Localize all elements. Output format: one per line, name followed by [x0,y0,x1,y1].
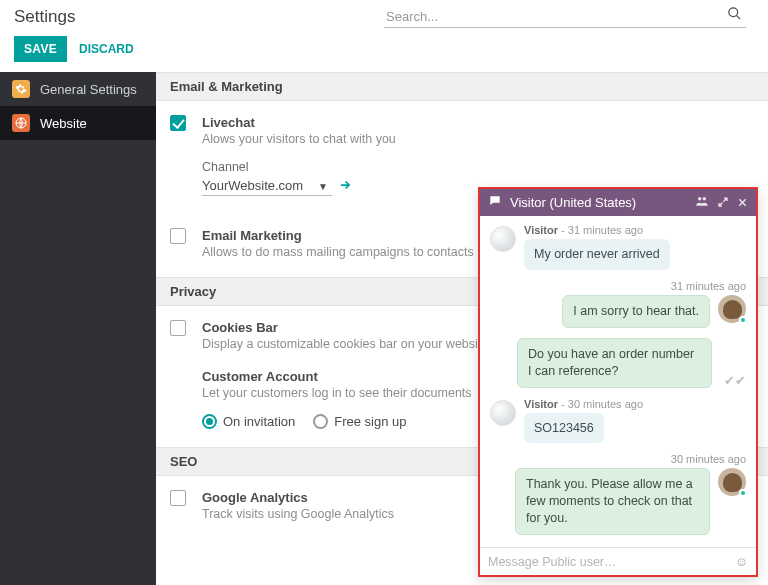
sidebar-item-label: General Settings [40,82,137,97]
svg-point-4 [703,197,707,201]
msg-sender: Visitor [524,398,558,410]
svg-point-3 [698,197,702,201]
channel-label: Channel [202,160,754,174]
chat-message: 30 minutes ago Thank you. Please allow m… [490,453,746,535]
chat-input-bar: ☺ [480,547,756,575]
search-wrap [384,6,754,28]
chat-icon [488,194,502,211]
radio-free-signup-input[interactable] [313,414,328,429]
livechat-title: Livechat [202,115,754,130]
presence-dot [739,489,747,497]
chat-message: Do you have an order number I can refere… [490,338,746,388]
expand-icon[interactable] [717,195,729,211]
msg-text: I am sorry to hear that. [562,295,710,328]
search-icon[interactable] [727,6,742,24]
search-input[interactable] [384,6,746,28]
msg-text: SO123456 [524,413,604,444]
radio-on-invitation[interactable]: On invitation [202,414,295,429]
top-bar: Settings [0,0,768,32]
sidebar-item-website[interactable]: Website [0,106,156,140]
gear-icon [12,80,30,98]
chat-window: Visitor (United States) Visitor - 31 min… [478,187,758,577]
livechat-desc: Alows your visitors to chat with you [202,132,754,146]
action-bar: SAVE DISCARD [0,32,768,72]
msg-time: - 31 minutes ago [561,224,643,236]
users-icon[interactable] [695,194,709,211]
chat-message: Visitor - 30 minutes ago SO123456 [490,398,746,444]
chat-message: Visitor - 31 minutes ago My order never … [490,224,746,270]
chat-body: Visitor - 31 minutes ago My order never … [480,216,756,547]
cookies-checkbox[interactable] [170,320,186,336]
sidebar-item-general[interactable]: General Settings [0,72,156,106]
save-button[interactable]: SAVE [14,36,67,62]
chat-header[interactable]: Visitor (United States) [480,189,756,216]
close-icon[interactable] [737,195,748,211]
sidebar-item-label: Website [40,116,87,131]
discard-button[interactable]: DISCARD [79,42,134,56]
read-receipt-icon: ✔✔ [724,373,746,388]
page-title: Settings [14,7,75,27]
presence-dot [739,316,747,324]
external-link-icon[interactable] [338,178,352,195]
emoji-icon[interactable]: ☺ [735,554,748,569]
livechat-checkbox[interactable] [170,115,186,131]
avatar-visitor [490,226,516,252]
svg-point-0 [729,8,738,17]
msg-time: 30 minutes ago [671,453,746,465]
chat-title: Visitor (United States) [510,195,636,210]
radio-on-invitation-input[interactable] [202,414,217,429]
msg-sender: Visitor [524,224,558,236]
radio-free-signup-label: Free sign up [334,414,406,429]
msg-time: - 30 minutes ago [561,398,643,410]
radio-free-signup[interactable]: Free sign up [313,414,406,429]
svg-line-1 [736,15,740,19]
ga-checkbox[interactable] [170,490,186,506]
chat-input[interactable] [488,555,727,569]
sidebar: General Settings Website [0,72,156,585]
section-email-marketing: Email & Marketing [156,72,768,101]
email-marketing-checkbox[interactable] [170,228,186,244]
msg-text: Do you have an order number I can refere… [517,338,712,388]
avatar-visitor [490,400,516,426]
msg-text: My order never arrived [524,239,670,270]
msg-time: 31 minutes ago [671,280,746,292]
globe-icon [12,114,30,132]
channel-dropdown[interactable] [202,176,332,196]
chat-message: 31 minutes ago I am sorry to hear that. [490,280,746,328]
msg-text: Thank you. Please allow me a few moments… [515,468,710,535]
radio-on-invitation-label: On invitation [223,414,295,429]
